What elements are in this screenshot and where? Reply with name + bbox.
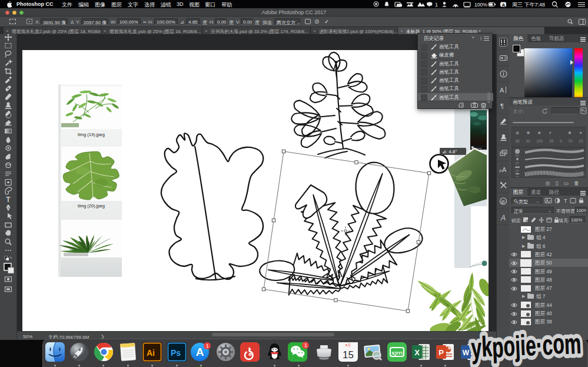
svg-text:A: A bbox=[196, 346, 204, 358]
svg-text:25: 25 bbox=[515, 169, 519, 173]
svg-text:T: T bbox=[6, 196, 11, 204]
svg-text:@: @ bbox=[501, 200, 505, 204]
svg-text:8月: 8月 bbox=[346, 343, 351, 348]
svg-text:A: A bbox=[500, 214, 506, 221]
svg-text:35: 35 bbox=[515, 154, 519, 157]
svg-text:¶: ¶ bbox=[500, 103, 504, 110]
svg-text:1: 1 bbox=[206, 343, 209, 349]
svg-text:⊿: 4.8°: ⊿: 4.8° bbox=[442, 149, 457, 154]
svg-text:A: A bbox=[502, 166, 507, 173]
svg-text:Ps: Ps bbox=[171, 348, 181, 358]
svg-text:P: P bbox=[438, 348, 444, 357]
svg-text:1: 1 bbox=[304, 342, 307, 348]
svg-text:A: A bbox=[500, 87, 504, 94]
svg-text:T: T bbox=[564, 198, 567, 204]
svg-text:1: 1 bbox=[435, 2, 438, 8]
svg-text:Ai: Ai bbox=[147, 348, 155, 358]
svg-text:ykpojie·com: ykpojie·com bbox=[470, 326, 582, 364]
svg-text:timg (20).jpeg: timg (20).jpeg bbox=[78, 203, 105, 209]
svg-text:X: X bbox=[414, 348, 420, 357]
svg-text:iQIYI: iQIYI bbox=[391, 351, 402, 356]
svg-text:100%: 100% bbox=[474, 2, 487, 8]
svg-text:15: 15 bbox=[343, 349, 354, 361]
svg-text:20: 20 bbox=[515, 176, 519, 178]
svg-text:A: A bbox=[502, 2, 506, 8]
svg-text:15: 15 bbox=[515, 161, 519, 165]
svg-text:timg (19).jpeg: timg (19).jpeg bbox=[78, 132, 105, 137]
